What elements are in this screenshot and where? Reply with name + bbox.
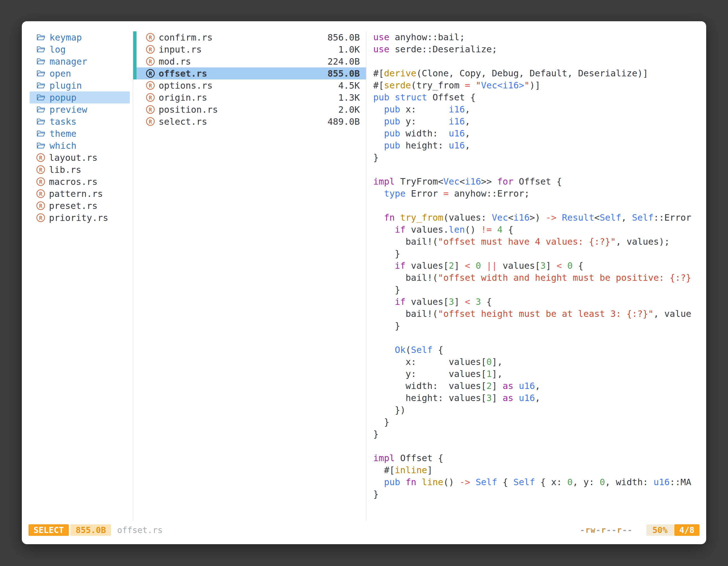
scrollbar[interactable] — [133, 31, 137, 79]
sidebar-item-lib-rs[interactable]: Rlib.rs — [30, 164, 130, 176]
file-name: origin.rs — [159, 92, 207, 103]
sidebar-item-layout-rs[interactable]: Rlayout.rs — [30, 152, 130, 164]
rust-file-icon: R — [36, 189, 45, 198]
file-name: select.rs — [159, 116, 207, 127]
sidebar-item-priority-rs[interactable]: Rpriority.rs — [30, 212, 130, 224]
file-name: position.rs — [159, 104, 218, 115]
code-preview: use anyhow::bail;use serde::Deserialize;… — [373, 31, 706, 500]
file-name: mod.rs — [159, 56, 191, 67]
code-line: y: values[1], — [373, 368, 706, 380]
rust-file-icon: R — [36, 165, 45, 174]
item-label: preset.rs — [49, 201, 97, 211]
item-label: layout.rs — [49, 152, 97, 163]
sidebar-item-popup[interactable]: popup — [30, 91, 130, 104]
code-line — [373, 164, 706, 176]
code-line — [373, 200, 706, 212]
sidebar-item-keymap[interactable]: keymap — [30, 31, 130, 43]
parent-pane: keymaplogmanageropenpluginpopuppreviewta… — [22, 31, 133, 520]
sidebar-item-plugin[interactable]: plugin — [30, 79, 130, 91]
left-pane-list: keymaplogmanageropenpluginpopuppreviewta… — [22, 31, 133, 224]
file-size: 1.0K — [338, 44, 360, 55]
code-line: if values[3] < 3 { — [373, 296, 706, 308]
code-line: pub x: i16, — [373, 104, 706, 116]
item-label: log — [50, 44, 66, 55]
item-label: open — [50, 68, 71, 79]
file-row-mod-rs[interactable]: Rmod.rs224.0B — [133, 55, 366, 67]
rust-file-icon: R — [146, 93, 155, 102]
file-permissions: -rw-r--r-- — [580, 525, 633, 535]
file-size: 856.0B — [327, 32, 360, 43]
sidebar-item-macros-rs[interactable]: Rmacros.rs — [30, 176, 130, 188]
rust-file-icon: R — [36, 213, 45, 222]
file-row-select-rs[interactable]: Rselect.rs489.0B — [133, 116, 366, 128]
item-label: keymap — [50, 32, 82, 43]
code-line: bail!("offset height must be at least 3:… — [373, 308, 706, 320]
sidebar-item-tasks[interactable]: tasks — [30, 116, 130, 128]
code-line — [373, 332, 706, 344]
item-label: lib.rs — [49, 165, 81, 175]
file-name: options.rs — [159, 80, 213, 91]
code-line: #[serde(try_from = "Vec<i16>")] — [373, 79, 706, 91]
code-line: pub struct Offset { — [373, 91, 706, 104]
mode-badge: SELECT — [29, 524, 69, 536]
rust-file-icon: R — [36, 153, 45, 162]
sidebar-item-pattern-rs[interactable]: Rpattern.rs — [30, 188, 130, 200]
file-row-origin-rs[interactable]: Rorigin.rs1.3K — [133, 91, 366, 104]
folder-icon — [36, 70, 46, 77]
item-label: priority.rs — [49, 213, 108, 223]
status-filename: offset.rs — [117, 525, 163, 535]
file-row-offset-rs[interactable]: Roffset.rs855.0B — [133, 67, 366, 79]
code-line: width: values[2] as u16, — [373, 380, 706, 392]
folder-icon — [36, 34, 46, 41]
item-label: which — [50, 140, 76, 151]
file-row-options-rs[interactable]: Roptions.rs4.5K — [133, 79, 366, 91]
folder-icon — [36, 58, 46, 65]
desktop-background: keymaplogmanageropenpluginpopuppreviewta… — [0, 0, 728, 566]
sidebar-item-log[interactable]: log — [30, 43, 130, 55]
middle-pane-list: Rconfirm.rs856.0BRinput.rs1.0KRmod.rs224… — [133, 31, 366, 128]
panes: keymaplogmanageropenpluginpopuppreviewta… — [22, 31, 706, 520]
sidebar-item-theme[interactable]: theme — [30, 128, 130, 140]
file-row-confirm-rs[interactable]: Rconfirm.rs856.0B — [133, 31, 366, 43]
item-label: pattern.rs — [49, 189, 103, 199]
code-line: pub y: i16, — [373, 116, 706, 128]
file-row-input-rs[interactable]: Rinput.rs1.0K — [133, 43, 366, 55]
code-line: if values[2] < 0 || values[3] < 0 { — [373, 260, 706, 272]
code-line: x: values[0], — [373, 356, 706, 368]
preview-pane: use anyhow::bail;use serde::Deserialize;… — [367, 31, 706, 520]
item-label: popup — [50, 92, 76, 103]
sidebar-item-which[interactable]: which — [30, 140, 130, 152]
sidebar-item-preview[interactable]: preview — [30, 104, 130, 116]
cursor-position-badge: 4/8 — [674, 524, 699, 536]
code-line: impl TryFrom<Vec<i16>> for Offset { — [373, 176, 706, 188]
item-label: tasks — [50, 116, 76, 127]
folder-icon — [36, 106, 46, 113]
status-left: SELECT 855.0B offset.rs — [29, 524, 163, 536]
current-pane: Rconfirm.rs856.0BRinput.rs1.0KRmod.rs224… — [133, 31, 367, 520]
rust-file-icon: R — [146, 33, 155, 42]
file-size: 855.0B — [327, 68, 360, 79]
sidebar-item-manager[interactable]: manager — [30, 55, 130, 67]
code-line: bail!("offset must have 4 values: {:?}",… — [373, 236, 706, 248]
sidebar-item-open[interactable]: open — [30, 67, 130, 79]
file-size: 224.0B — [327, 56, 360, 67]
code-line — [373, 55, 706, 67]
code-line: impl Offset { — [373, 452, 706, 464]
file-name: offset.rs — [159, 68, 207, 79]
code-line: if values.len() != 4 { — [373, 224, 706, 236]
code-line: type Error = anyhow::Error; — [373, 188, 706, 200]
code-line: #[derive(Clone, Copy, Debug, Default, De… — [373, 67, 706, 79]
rust-file-icon: R — [146, 105, 155, 114]
file-size: 4.5K — [338, 80, 360, 91]
item-label: preview — [50, 104, 87, 115]
item-label: macros.rs — [49, 177, 97, 187]
file-row-position-rs[interactable]: Rposition.rs2.0K — [133, 104, 366, 116]
folder-icon — [36, 130, 46, 137]
code-line: } — [373, 152, 706, 164]
rust-file-icon: R — [146, 45, 155, 54]
sidebar-item-preset-rs[interactable]: Rpreset.rs — [30, 200, 130, 212]
code-line: Ok(Self { — [373, 344, 706, 356]
item-label: plugin — [50, 80, 82, 91]
file-manager-window: keymaplogmanageropenpluginpopuppreviewta… — [22, 21, 706, 544]
rust-file-icon: R — [146, 81, 155, 90]
